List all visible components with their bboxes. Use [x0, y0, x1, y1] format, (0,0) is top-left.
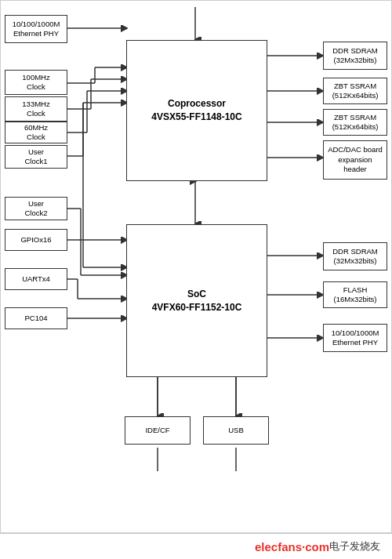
zbt1-box: ZBT SSRAM (512Kx64bits): [323, 78, 387, 104]
user-clk1-label: User Clock1: [24, 147, 47, 167]
flash-box: FLASH (16Mx32bits): [323, 281, 387, 308]
clk-133-box: 133MHz Clock: [5, 96, 67, 122]
ddr-top-label: DDR SDRAM (32Mx32bits): [332, 46, 378, 66]
zbt2-label: ZBT SSRAM (512Kx64bits): [332, 113, 379, 132]
footer-tagline: 电子发烧友: [329, 539, 380, 554]
clk-60-label: 60MHz Clock: [24, 123, 48, 143]
adc-dac-label: ADC/DAC board expansion header: [328, 145, 383, 174]
eth-phy-top-label: 10/100/1000M Ethernet PHY: [13, 20, 60, 39]
user-clk1-box: User Clock1: [5, 145, 67, 169]
ddr-bot-label: DDR SDRAM (32Mx32bits): [332, 247, 378, 267]
ddr-top-box: DDR SDRAM (32Mx32bits): [323, 42, 387, 70]
ide-cf-label: IDE/CF: [145, 426, 169, 435]
footer-brand: elecfans·com: [255, 540, 329, 554]
diagram-container: 10/100/1000M Ethernet PHY 100MHz Clock 1…: [0, 0, 392, 533]
coprocessor-title: Coprocessor: [168, 97, 226, 111]
usb-label: USB: [228, 426, 244, 435]
flash-label: FLASH (16Mx32bits): [334, 285, 377, 305]
gpio-box: GPIOx16: [5, 229, 67, 251]
usb-box: USB: [203, 416, 269, 445]
ide-cf-box: IDE/CF: [125, 416, 191, 445]
coprocessor-block: Coprocessor 4VSX55-FF1148-10C: [126, 40, 267, 181]
coprocessor-model: 4VSX55-FF1148-10C: [151, 111, 241, 124]
ddr-bot-box: DDR SDRAM (32Mx32bits): [323, 242, 387, 270]
adc-dac-box: ADC/DAC board expansion header: [323, 140, 387, 180]
zbt2-box: ZBT SSRAM (512Kx64bits): [323, 109, 387, 136]
user-clk2-box: User Clock2: [5, 197, 67, 220]
eth-phy-top-box: 10/100/1000M Ethernet PHY: [5, 15, 67, 43]
zbt1-label: ZBT SSRAM (512Kx64bits): [332, 82, 379, 101]
uart-label: UARTx4: [22, 274, 50, 284]
soc-model: 4VFX60-FF1152-10C: [152, 301, 242, 314]
eth-phy-bot-label: 10/100/1000M Ethernet PHY: [332, 329, 379, 348]
soc-title: SoC: [187, 288, 206, 301]
pc104-label: PC104: [24, 314, 47, 323]
soc-block: SoC 4VFX60-FF1152-10C: [126, 224, 267, 377]
clk-60-box: 60MHz Clock: [5, 122, 67, 143]
user-clk2-label: User Clock2: [24, 199, 47, 219]
uart-box: UARTx4: [5, 268, 67, 290]
clk-133-label: 133MHz Clock: [22, 100, 49, 119]
eth-phy-bot-box: 10/100/1000M Ethernet PHY: [323, 324, 387, 352]
gpio-label: GPIOx16: [20, 235, 51, 245]
clk-100-label: 100MHz Clock: [22, 73, 49, 93]
pc104-box: PC104: [5, 307, 67, 329]
clk-100-box: 100MHz Clock: [5, 70, 67, 95]
footer: elecfans·com 电子发烧友: [0, 533, 392, 559]
